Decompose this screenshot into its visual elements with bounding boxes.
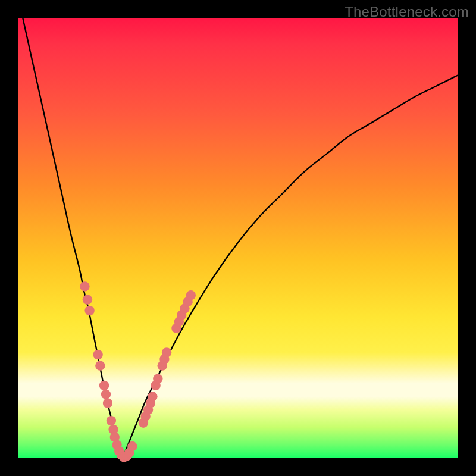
bottleneck-curve (18, 0, 458, 458)
marker-point (101, 390, 111, 399)
marker-point (95, 361, 105, 370)
marker-point (107, 416, 116, 425)
marker-point (153, 374, 162, 384)
marker-point (83, 295, 92, 304)
curve-right-branch (123, 75, 458, 458)
marker-point (148, 392, 157, 401)
chart-overlay (18, 18, 458, 458)
marker-point (99, 381, 109, 390)
marker-point (103, 398, 112, 408)
watermark-text: TheBottleneck.com (345, 4, 469, 20)
data-markers (80, 281, 196, 462)
marker-point (162, 347, 171, 357)
marker-point (127, 441, 137, 451)
marker-point (80, 281, 89, 291)
marker-point (93, 350, 102, 359)
marker-point (84, 306, 94, 315)
marker-point (186, 290, 196, 300)
chart-frame: TheBottleneck.com (0, 0, 476, 476)
